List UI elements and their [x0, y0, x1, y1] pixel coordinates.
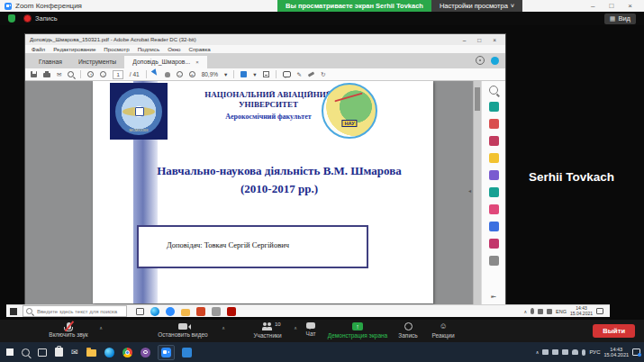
host-zoom-icon[interactable] [161, 348, 171, 357]
menu-view[interactable]: Просмотр [104, 46, 129, 52]
page-view-dropdown-icon[interactable]: ▾ [253, 71, 256, 78]
previous-page-icon[interactable]: ↑ [87, 71, 94, 77]
leave-button[interactable]: Выйти [593, 324, 635, 338]
search-tool[interactable] [489, 86, 498, 95]
menu-window[interactable]: Окно [168, 46, 180, 52]
hand-tool-icon[interactable] [165, 72, 170, 77]
audio-options-chevron[interactable]: ∧ [99, 325, 103, 330]
share-screen-button[interactable]: ↑ Демонстрация экрана [324, 322, 391, 339]
acrobat-close-button[interactable]: × [493, 37, 496, 43]
edge-icon[interactable] [150, 307, 159, 316]
expand-panel-icon[interactable]: ⇤ [491, 294, 496, 301]
network-icon[interactable] [547, 309, 552, 314]
participants-button[interactable]: 10 Участники ∧ [241, 322, 294, 339]
panel-collapse-handle[interactable]: ◂ [468, 187, 471, 194]
app-icon-gray[interactable] [212, 307, 221, 316]
reactions-button[interactable]: ☺ Реакции [425, 322, 461, 339]
fit-width-icon[interactable] [263, 71, 269, 77]
close-button[interactable]: × [628, 2, 632, 10]
measure-tool[interactable] [489, 239, 499, 249]
combine-files-tool[interactable] [489, 170, 499, 180]
video-options-chevron[interactable]: ∧ [222, 325, 225, 330]
page-number-input[interactable]: 1 [113, 70, 122, 79]
host-network-icon[interactable] [552, 349, 558, 355]
language-indicator[interactable]: ENG [556, 309, 567, 314]
zoom-dropdown-icon[interactable]: ▾ [224, 71, 227, 78]
view-button[interactable]: ▦ Вид [604, 14, 636, 24]
zoom-out-icon[interactable]: − [177, 71, 183, 77]
acrobat-icon[interactable] [227, 307, 236, 316]
encryption-shield-icon[interactable] [8, 14, 15, 23]
zoom-app-icon[interactable] [166, 307, 175, 316]
battery-icon[interactable] [538, 309, 543, 314]
maximize-button[interactable]: □ [609, 2, 613, 10]
more-tools[interactable] [489, 256, 499, 266]
viber-icon[interactable] [141, 348, 150, 357]
host-clock[interactable]: 14:43 15.04.2021 [603, 347, 629, 358]
highlight-icon[interactable] [308, 71, 315, 77]
document-scrollbar[interactable] [473, 81, 481, 304]
comment-icon[interactable] [283, 71, 291, 77]
task-view-icon[interactable] [136, 308, 144, 315]
taskbar-clock[interactable]: 14:43 15.04.2021 [570, 306, 593, 317]
unmute-button[interactable]: Включить звук ∧ [34, 322, 103, 338]
menu-sign[interactable]: Подпись [138, 46, 160, 52]
zoom-level-value[interactable]: 80,9% [202, 71, 218, 77]
save-icon[interactable] [31, 71, 37, 77]
host-start-button[interactable] [6, 348, 14, 356]
host-hidden-icons-chevron[interactable]: ∧ [536, 349, 540, 355]
powerpoint-icon[interactable] [196, 307, 205, 316]
camera-tray-icon[interactable] [562, 349, 568, 355]
host-language-indicator[interactable]: РУС [589, 349, 600, 355]
edit-pdf-tool[interactable] [489, 136, 499, 146]
comment-tool[interactable] [489, 153, 499, 163]
host-action-center-icon[interactable] [632, 348, 640, 356]
page-view-mode-icon[interactable] [240, 71, 247, 77]
menu-file[interactable]: Файл [32, 46, 45, 52]
print-icon[interactable] [43, 73, 50, 77]
tab-home[interactable]: Главная [31, 56, 70, 68]
app-icon-blue[interactable] [182, 348, 192, 357]
speaker-icon[interactable] [542, 349, 549, 355]
notifications-icon[interactable] [476, 56, 485, 65]
stop-video-button[interactable]: Остановить видео ∧ [133, 322, 232, 338]
search-icon[interactable] [68, 71, 74, 77]
protect-tool[interactable] [489, 222, 499, 231]
next-page-icon[interactable]: ↓ [100, 71, 106, 77]
record-button[interactable]: Запись [393, 322, 423, 339]
select-tool-icon[interactable] [150, 68, 160, 79]
host-microphone-icon[interactable] [582, 349, 585, 356]
file-explorer-icon[interactable] [181, 309, 190, 316]
scrollbar-thumb[interactable] [475, 87, 480, 111]
host-search-icon[interactable] [22, 348, 30, 357]
rotate-icon[interactable]: ↻ [321, 71, 325, 78]
host-task-view-icon[interactable] [38, 348, 47, 357]
menu-help[interactable]: Справка [189, 46, 211, 52]
tab-document[interactable]: Доповідь_Шмаров... × [124, 56, 206, 68]
zoom-in-icon[interactable]: + [189, 71, 195, 77]
hidden-icons-chevron[interactable]: ∧ [523, 309, 527, 314]
host-edge-icon[interactable] [104, 348, 114, 357]
action-center-icon[interactable] [596, 308, 603, 314]
microphone-tray-icon[interactable] [531, 308, 534, 314]
tab-tools[interactable]: Инструменты [70, 56, 124, 68]
create-pdf-tool[interactable] [489, 119, 499, 129]
acrobat-maximize-button[interactable]: □ [477, 37, 481, 43]
minimize-button[interactable]: – [591, 2, 594, 10]
menu-edit[interactable]: Редактирование [53, 46, 95, 52]
host-file-explorer-icon[interactable] [86, 349, 96, 357]
export-pdf-tool[interactable] [489, 102, 499, 112]
onedrive-icon[interactable] [572, 349, 578, 355]
fill-sign-icon[interactable]: ✎ [297, 71, 302, 78]
fill-sign-tool[interactable] [489, 204, 499, 214]
start-button[interactable] [10, 308, 17, 315]
microsoft-store-icon[interactable] [55, 348, 63, 357]
mail-icon[interactable]: ✉ [71, 348, 78, 357]
tab-close-icon[interactable]: × [195, 59, 199, 65]
view-settings-button[interactable]: Настройки просмотра˅ [431, 0, 522, 12]
email-icon[interactable]: ✉ [57, 71, 61, 78]
account-avatar[interactable] [491, 57, 499, 65]
organize-pages-tool[interactable] [489, 187, 499, 197]
taskbar-search-input[interactable] [35, 308, 122, 315]
chrome-icon[interactable] [122, 348, 132, 357]
